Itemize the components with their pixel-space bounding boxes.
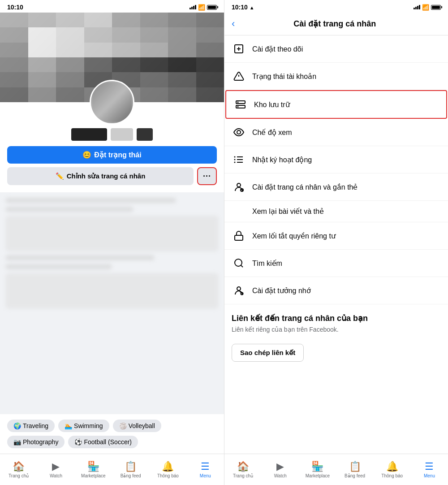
avatar [90, 80, 134, 125]
feed-icon: 📋 [125, 461, 137, 472]
settings-follow[interactable]: Cài đặt theo dõi [224, 35, 448, 63]
profile-tags-label: Cài đặt trang cá nhân và gắn thẻ [252, 183, 441, 191]
search-icon [232, 256, 246, 270]
interest-volleyball[interactable]: 🏐 Volleyball [113, 420, 161, 432]
copy-link-button[interactable]: Sao chép liên kết [232, 344, 304, 362]
search-label: Tìm kiếm [252, 259, 441, 268]
privacy-icon [232, 229, 246, 243]
settings-search[interactable]: Tìm kiếm [224, 250, 448, 277]
profile-tags-icon [232, 180, 246, 194]
interest-traveling[interactable]: 🌍 Traveling [7, 420, 55, 432]
view-mode-label: Chế độ xem [252, 128, 441, 137]
right-nav-notifications[interactable]: 🔔 Thông báo [374, 459, 411, 480]
location-icon: ▲ [250, 5, 254, 10]
menu-label: Menu [200, 473, 211, 478]
right-nav-feed[interactable]: 📋 Bảng feed [336, 459, 374, 480]
account-status-label: Trạng thái tài khoản [252, 72, 441, 81]
left-nav-watch[interactable]: ▶ Watch [37, 459, 74, 480]
activity-log-icon [232, 152, 246, 167]
left-time: 10:10 [7, 4, 23, 11]
svg-point-9 [237, 130, 241, 134]
settings-view-mode[interactable]: Chế độ xem [224, 119, 448, 146]
link-section-title: Liên kết đến trang cá nhân của bạn [224, 304, 448, 325]
activity-log-label: Nhật ký hoạt động [252, 156, 441, 164]
settings-storage[interactable]: Kho lưu trữ [225, 90, 447, 119]
name-block-3 [137, 128, 153, 141]
watch-icon: ▶ [52, 461, 60, 472]
swimming-label: Swimming [74, 422, 103, 429]
privacy-shortcut-label: Xem lối tắt quyền riêng tư [252, 232, 441, 240]
right-status-bar: 10:10 ▲ 📶 [224, 0, 448, 13]
memorial-icon [232, 283, 246, 298]
volleyball-label: Volleyball [129, 422, 155, 429]
notification-icon: 🔔 [162, 461, 174, 472]
svg-rect-19 [235, 235, 243, 240]
svg-line-21 [241, 265, 243, 267]
follow-label: Cài đặt theo dõi [252, 45, 441, 53]
marketplace-label: Marketplace [81, 473, 105, 478]
left-nav-notifications[interactable]: 🔔 Thông báo [149, 459, 186, 480]
more-options-button[interactable]: ··· [197, 167, 217, 185]
right-bottom-nav: 🏠 Trang chủ ▶ Watch 🏪 Marketplace 📋 Bảng… [224, 454, 448, 485]
traveling-label: Traveling [23, 422, 48, 429]
battery-icon [207, 5, 217, 10]
left-nav-menu[interactable]: ☰ Menu [187, 459, 224, 480]
left-nav-feed[interactable]: 📋 Bảng feed [112, 459, 149, 480]
interest-swimming[interactable]: 🏊 Swimming [58, 420, 109, 432]
home-label: Trang chủ [9, 473, 29, 478]
right-header: ‹ Cài đặt trang cá nhân [224, 13, 448, 35]
pencil-icon: ✏️ [56, 172, 64, 180]
left-nav-marketplace[interactable]: 🏪 Marketplace [75, 459, 112, 480]
marketplace-icon: 🏪 [87, 461, 99, 472]
interest-football[interactable]: ⚽ Football (Soccer) [68, 436, 138, 448]
settings-profile-tags[interactable]: Cài đặt trang cá nhân và gắn thẻ [224, 173, 448, 201]
settings-account-status[interactable]: Trạng thái tài khoản [224, 63, 448, 90]
link-section-subtitle: Liên kết riêng của bạn trên Facebook. [224, 325, 448, 338]
blurred-content [0, 192, 224, 314]
traveling-emoji: 🌍 [13, 422, 21, 429]
left-bottom-nav: 🏠 Trang chủ ▶ Watch 🏪 Marketplace 📋 Bảng… [0, 454, 224, 485]
left-status-bar: 10:10 📶 [0, 0, 224, 13]
svg-point-20 [235, 259, 242, 266]
interest-tags: 🌍 Traveling 🏊 Swimming 🏐 Volleyball 📷 Ph… [7, 420, 217, 448]
back-button[interactable]: ‹ [232, 18, 235, 30]
settings-memorial[interactable]: Cài đặt tưởng nhớ [224, 277, 448, 304]
right-nav-marketplace[interactable]: 🏪 Marketplace [299, 459, 336, 480]
right-battery-icon [431, 5, 441, 10]
wifi-icon: 📶 [198, 4, 205, 11]
settings-activity-log[interactable]: Nhật ký hoạt động [224, 146, 448, 173]
smiley-icon: 😊 [82, 151, 91, 159]
right-nav-home[interactable]: 🏠 Trang chủ [224, 459, 262, 480]
right-notification-icon: 🔔 [386, 461, 398, 472]
photography-emoji: 📷 [13, 438, 21, 446]
watch-label: Watch [50, 473, 62, 478]
interest-photography[interactable]: 📷 Photography [7, 436, 65, 448]
follow-icon [232, 42, 246, 56]
right-feed-label: Bảng feed [345, 473, 365, 478]
edit-profile-button[interactable]: ✏️ Chỉnh sửa trang cá nhân [7, 167, 194, 185]
account-status-icon [232, 69, 246, 83]
right-signal-icon [414, 5, 420, 9]
storage-icon [233, 97, 248, 112]
right-marketplace-icon: 🏪 [311, 461, 323, 472]
set-status-button[interactable]: 😊 Đặt trạng thái [7, 146, 217, 164]
right-nav-watch[interactable]: ▶ Watch [262, 459, 299, 480]
svg-point-16 [237, 183, 241, 187]
more-dots-label: ··· [203, 172, 211, 181]
left-nav-home[interactable]: 🏠 Trang chủ [0, 459, 37, 480]
right-marketplace-label: Marketplace [306, 473, 330, 478]
left-panel: 10:10 📶 [0, 0, 224, 485]
storage-label: Kho lưu trữ [254, 100, 439, 109]
right-home-label: Trang chủ [233, 473, 253, 478]
memorial-label: Cài đặt tưởng nhớ [252, 286, 441, 295]
right-status-icons: 📶 [414, 4, 441, 11]
left-status-icons: 📶 [190, 4, 217, 11]
settings-privacy-shortcut[interactable]: Xem lối tắt quyền riêng tư [224, 222, 448, 250]
settings-review-posts[interactable]: Xem lại bài viết và thẻ [224, 201, 448, 222]
blurred-feed-area: 🌍 Traveling 🏊 Swimming 🏐 Volleyball 📷 Ph… [0, 192, 224, 485]
right-nav-menu[interactable]: ☰ Menu [411, 459, 448, 480]
edit-profile-label: Chỉnh sửa trang cá nhân [67, 172, 146, 180]
photography-label: Photography [23, 438, 58, 446]
right-watch-icon: ▶ [276, 461, 284, 472]
copy-link-label: Sao chép liên kết [240, 349, 295, 356]
